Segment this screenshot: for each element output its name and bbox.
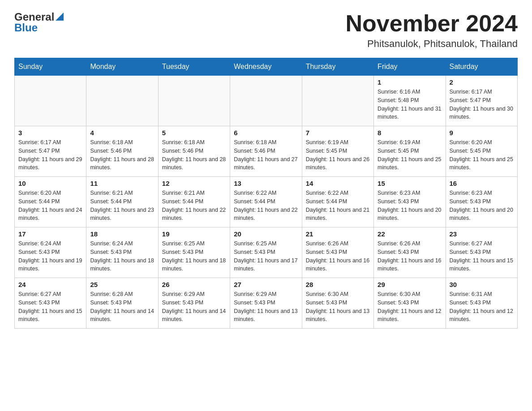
- day-number: 14: [306, 180, 370, 187]
- day-info: Sunrise: 6:21 AMSunset: 5:44 PMDaylight:…: [90, 189, 154, 223]
- day-info: Sunrise: 6:19 AMSunset: 5:45 PMDaylight:…: [378, 138, 442, 172]
- day-number: 12: [162, 180, 226, 187]
- calendar-cell: 15Sunrise: 6:23 AMSunset: 5:43 PMDayligh…: [374, 177, 446, 227]
- calendar-week-row: 10Sunrise: 6:20 AMSunset: 5:44 PMDayligh…: [15, 177, 518, 227]
- logo-name2: Blue: [14, 21, 38, 34]
- calendar-cell: 14Sunrise: 6:22 AMSunset: 5:44 PMDayligh…: [302, 177, 373, 227]
- location-title: Phitsanulok, Phitsanulok, Thailand: [346, 38, 518, 50]
- day-info: Sunrise: 6:22 AMSunset: 5:44 PMDaylight:…: [306, 189, 370, 223]
- calendar-cell: 21Sunrise: 6:26 AMSunset: 5:43 PMDayligh…: [302, 227, 373, 278]
- day-info: Sunrise: 6:22 AMSunset: 5:44 PMDaylight:…: [234, 189, 298, 223]
- day-number: 8: [378, 129, 442, 137]
- calendar-cell: 11Sunrise: 6:21 AMSunset: 5:44 PMDayligh…: [86, 177, 158, 227]
- day-number: 24: [18, 281, 82, 288]
- calendar-cell: 2Sunrise: 6:17 AMSunset: 5:47 PMDaylight…: [446, 76, 517, 126]
- calendar-cell: 24Sunrise: 6:27 AMSunset: 5:43 PMDayligh…: [15, 278, 86, 329]
- day-info: Sunrise: 6:17 AMSunset: 5:47 PMDaylight:…: [450, 88, 514, 121]
- day-number: 28: [306, 281, 370, 288]
- day-number: 27: [234, 281, 298, 288]
- day-info: Sunrise: 6:26 AMSunset: 5:43 PMDaylight:…: [378, 240, 442, 273]
- page-header: General Blue November 2024 Phitsanulok, …: [14, 11, 518, 50]
- calendar-cell: 19Sunrise: 6:25 AMSunset: 5:43 PMDayligh…: [158, 227, 230, 278]
- calendar-week-row: 17Sunrise: 6:24 AMSunset: 5:43 PMDayligh…: [15, 227, 518, 278]
- day-number: 5: [162, 129, 226, 137]
- title-block: November 2024 Phitsanulok, Phitsanulok, …: [346, 11, 518, 50]
- calendar-header-thursday: Thursday: [302, 58, 373, 76]
- calendar-cell: [158, 76, 230, 126]
- day-number: 2: [450, 78, 514, 86]
- day-number: 16: [450, 180, 514, 187]
- calendar-cell: 17Sunrise: 6:24 AMSunset: 5:43 PMDayligh…: [15, 227, 86, 278]
- calendar-cell: 9Sunrise: 6:20 AMSunset: 5:45 PMDaylight…: [446, 126, 517, 177]
- day-info: Sunrise: 6:26 AMSunset: 5:43 PMDaylight:…: [306, 240, 370, 273]
- calendar-cell: 23Sunrise: 6:27 AMSunset: 5:43 PMDayligh…: [446, 227, 517, 278]
- calendar-cell: 20Sunrise: 6:25 AMSunset: 5:43 PMDayligh…: [230, 227, 302, 278]
- day-info: Sunrise: 6:23 AMSunset: 5:43 PMDaylight:…: [378, 189, 442, 223]
- calendar-cell: 7Sunrise: 6:19 AMSunset: 5:45 PMDaylight…: [302, 126, 373, 177]
- calendar-table: SundayMondayTuesdayWednesdayThursdayFrid…: [14, 58, 518, 329]
- calendar-cell: 13Sunrise: 6:22 AMSunset: 5:44 PMDayligh…: [230, 177, 302, 227]
- logo: General Blue: [14, 11, 64, 34]
- calendar-header-sunday: Sunday: [15, 58, 86, 76]
- day-number: 13: [234, 180, 298, 187]
- calendar-cell: 26Sunrise: 6:29 AMSunset: 5:43 PMDayligh…: [158, 278, 230, 329]
- calendar-cell: 28Sunrise: 6:30 AMSunset: 5:43 PMDayligh…: [302, 278, 373, 329]
- calendar-cell: 29Sunrise: 6:30 AMSunset: 5:43 PMDayligh…: [374, 278, 446, 329]
- calendar-cell: 16Sunrise: 6:23 AMSunset: 5:43 PMDayligh…: [446, 177, 517, 227]
- day-info: Sunrise: 6:18 AMSunset: 5:46 PMDaylight:…: [162, 138, 226, 172]
- day-number: 9: [450, 129, 514, 137]
- calendar-header-tuesday: Tuesday: [158, 58, 230, 76]
- day-info: Sunrise: 6:24 AMSunset: 5:43 PMDaylight:…: [18, 240, 82, 273]
- day-info: Sunrise: 6:30 AMSunset: 5:43 PMDaylight:…: [306, 290, 370, 324]
- day-number: 26: [162, 281, 226, 288]
- calendar-header-saturday: Saturday: [446, 58, 517, 76]
- day-number: 15: [378, 180, 442, 187]
- calendar-cell: 8Sunrise: 6:19 AMSunset: 5:45 PMDaylight…: [374, 126, 446, 177]
- calendar-cell: 4Sunrise: 6:18 AMSunset: 5:46 PMDaylight…: [86, 126, 158, 177]
- calendar-cell: 25Sunrise: 6:28 AMSunset: 5:43 PMDayligh…: [86, 278, 158, 329]
- calendar-cell: 1Sunrise: 6:16 AMSunset: 5:48 PMDaylight…: [374, 76, 446, 126]
- day-info: Sunrise: 6:23 AMSunset: 5:43 PMDaylight:…: [450, 189, 514, 223]
- day-number: 10: [18, 180, 82, 187]
- day-number: 1: [378, 78, 442, 86]
- calendar-week-row: 24Sunrise: 6:27 AMSunset: 5:43 PMDayligh…: [15, 278, 518, 329]
- day-info: Sunrise: 6:16 AMSunset: 5:48 PMDaylight:…: [378, 88, 442, 121]
- day-number: 21: [306, 230, 370, 238]
- day-number: 20: [234, 230, 298, 238]
- day-info: Sunrise: 6:20 AMSunset: 5:44 PMDaylight:…: [18, 189, 82, 223]
- calendar-cell: 18Sunrise: 6:24 AMSunset: 5:43 PMDayligh…: [86, 227, 158, 278]
- calendar-header-row: SundayMondayTuesdayWednesdayThursdayFrid…: [15, 58, 518, 76]
- calendar-header-friday: Friday: [374, 58, 446, 76]
- calendar-week-row: 3Sunrise: 6:17 AMSunset: 5:47 PMDaylight…: [15, 126, 518, 177]
- day-number: 4: [90, 129, 154, 137]
- day-number: 30: [450, 281, 514, 288]
- calendar-header-monday: Monday: [86, 58, 158, 76]
- calendar-cell: 3Sunrise: 6:17 AMSunset: 5:47 PMDaylight…: [15, 126, 86, 177]
- day-info: Sunrise: 6:21 AMSunset: 5:44 PMDaylight:…: [162, 189, 226, 223]
- calendar-cell: 5Sunrise: 6:18 AMSunset: 5:46 PMDaylight…: [158, 126, 230, 177]
- svg-marker-0: [56, 13, 64, 21]
- day-info: Sunrise: 6:20 AMSunset: 5:45 PMDaylight:…: [450, 138, 514, 172]
- calendar-cell: 12Sunrise: 6:21 AMSunset: 5:44 PMDayligh…: [158, 177, 230, 227]
- calendar-cell: 22Sunrise: 6:26 AMSunset: 5:43 PMDayligh…: [374, 227, 446, 278]
- day-info: Sunrise: 6:29 AMSunset: 5:43 PMDaylight:…: [234, 290, 298, 324]
- day-number: 7: [306, 129, 370, 137]
- day-info: Sunrise: 6:24 AMSunset: 5:43 PMDaylight:…: [90, 240, 154, 273]
- logo-arrow-icon: [56, 13, 64, 22]
- day-number: 25: [90, 281, 154, 288]
- calendar-cell: [15, 76, 86, 126]
- day-number: 11: [90, 180, 154, 187]
- month-title: November 2024: [346, 11, 518, 36]
- calendar-header-wednesday: Wednesday: [230, 58, 302, 76]
- day-number: 19: [162, 230, 226, 238]
- day-info: Sunrise: 6:25 AMSunset: 5:43 PMDaylight:…: [234, 240, 298, 273]
- calendar-cell: 27Sunrise: 6:29 AMSunset: 5:43 PMDayligh…: [230, 278, 302, 329]
- day-info: Sunrise: 6:17 AMSunset: 5:47 PMDaylight:…: [18, 138, 82, 172]
- day-info: Sunrise: 6:18 AMSunset: 5:46 PMDaylight:…: [90, 138, 154, 172]
- day-number: 6: [234, 129, 298, 137]
- calendar-cell: 6Sunrise: 6:18 AMSunset: 5:46 PMDaylight…: [230, 126, 302, 177]
- day-info: Sunrise: 6:28 AMSunset: 5:43 PMDaylight:…: [90, 290, 154, 324]
- calendar-cell: 10Sunrise: 6:20 AMSunset: 5:44 PMDayligh…: [15, 177, 86, 227]
- day-info: Sunrise: 6:19 AMSunset: 5:45 PMDaylight:…: [306, 138, 370, 172]
- calendar-cell: [302, 76, 373, 126]
